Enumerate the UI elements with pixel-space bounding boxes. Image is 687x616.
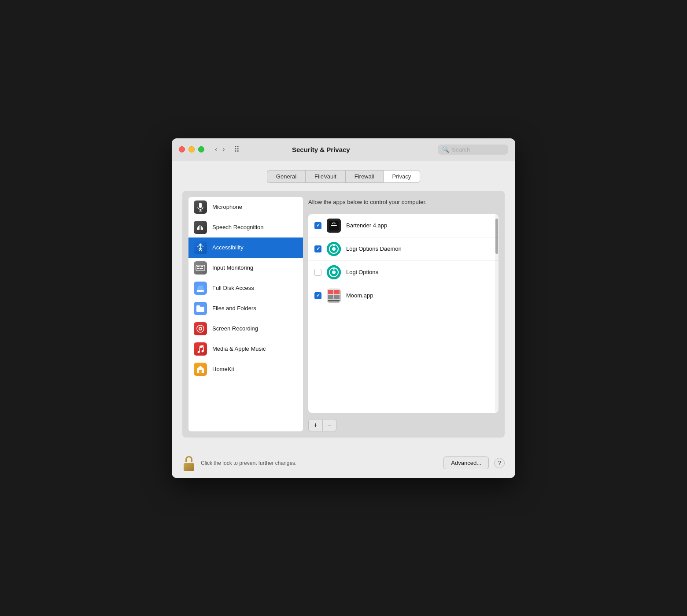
svg-rect-19 [202,266,203,267]
sidebar-label-input: Input Monitoring [212,264,253,271]
svg-rect-46 [328,289,333,293]
search-input[interactable] [452,146,504,153]
advanced-button[interactable]: Advanced... [443,456,489,469]
svg-point-39 [332,247,336,251]
app-item-logi: Logi Options [308,261,499,284]
search-box[interactable]: 🔍 [438,145,508,155]
right-panel: Allow the apps below to control your com… [308,197,499,431]
svg-rect-17 [199,266,200,267]
content-area: Microphone Speech Recogn [182,191,505,438]
moom-app-icon [327,289,341,303]
sidebar-item-files[interactable]: Files and Folders [188,298,303,319]
sidebar-item-disk[interactable]: Full Disk Access [188,278,303,298]
lock-text: Click the lock to prevent further change… [201,460,438,466]
microphone-icon [194,200,207,214]
sidebar-item-accessibility[interactable]: Accessibility [188,237,303,258]
window-title: Security & Privacy [210,146,432,153]
svg-rect-15 [197,266,198,267]
checkbox-bartender[interactable] [314,222,321,229]
sidebar-item-microphone[interactable]: Microphone [188,197,303,217]
svg-rect-48 [328,295,333,299]
tab-filevault[interactable]: FileVault [305,170,345,183]
svg-line-13 [200,249,202,251]
svg-rect-35 [331,225,337,226]
traffic-lights [179,146,204,152]
sidebar-scroll[interactable]: Microphone Speech Recogn [188,197,303,379]
app-name-moom: Moom.app [346,292,373,299]
apps-scroll-area[interactable]: Bartender 4.app [308,214,499,307]
svg-rect-21 [198,268,199,269]
svg-rect-4 [198,226,199,230]
maximize-button[interactable] [198,146,204,152]
app-name-bartender: Bartender 4.app [346,222,387,229]
svg-rect-20 [197,268,198,269]
lock-shackle [185,456,192,462]
tab-privacy[interactable]: Privacy [383,170,421,183]
sidebar-item-screen[interactable]: Screen Recording [188,319,303,339]
svg-rect-18 [201,266,202,267]
search-icon: 🔍 [442,146,449,153]
accessibility-icon [194,241,207,254]
svg-point-32 [202,350,204,352]
svg-point-40 [333,245,335,246]
scroll-track [495,214,499,413]
svg-point-8 [199,243,202,245]
svg-rect-16 [198,266,199,267]
app-item-bartender: Bartender 4.app [308,214,499,237]
homekit-icon [194,363,207,376]
sidebar-label-microphone: Microphone [212,204,242,210]
svg-rect-22 [199,268,202,269]
titlebar: ‹ › ⠿ Security & Privacy 🔍 [172,138,515,161]
help-button[interactable]: ? [494,458,505,468]
logi-app-icon [327,265,341,279]
apps-list: Bartender 4.app [308,214,499,413]
description-text: Allow the apps below to control your com… [308,197,499,209]
sidebar-item-speech[interactable]: Speech Recognition [188,217,303,237]
svg-rect-33 [199,370,202,373]
tabs-bar: General FileVault Firewall Privacy [182,170,505,183]
remove-app-button[interactable]: − [322,419,336,431]
svg-rect-0 [199,203,202,208]
checkbox-logi[interactable] [314,269,321,276]
add-remove-bar: + − [308,419,499,431]
svg-point-31 [198,351,200,353]
svg-point-28 [199,328,201,330]
svg-rect-5 [199,225,200,230]
scroll-thumb[interactable] [495,219,498,254]
input-icon [194,261,207,275]
svg-rect-47 [334,289,340,293]
sidebar-label-disk: Full Disk Access [212,285,254,291]
checkbox-moom[interactable] [314,292,321,299]
app-item-logi-daemon: Logi Options Daemon [308,237,499,261]
sidebar-label-files: Files and Folders [212,305,256,312]
svg-rect-6 [201,226,202,230]
svg-line-12 [199,249,200,251]
svg-point-44 [333,268,335,270]
lock-icon[interactable] [182,455,196,471]
sidebar-item-homekit[interactable]: HomeKit [188,359,303,379]
main-window: ‹ › ⠿ Security & Privacy 🔍 General FileV… [172,138,515,478]
disk-icon [194,282,207,295]
svg-rect-23 [202,268,203,269]
sidebar-label-music: Media & Apple Music [212,345,266,352]
speech-icon [194,221,207,234]
add-app-button[interactable]: + [308,419,322,431]
tab-general[interactable]: General [267,170,305,183]
minimize-button[interactable] [188,146,195,152]
main-content: General FileVault Firewall Privacy [172,161,515,448]
svg-point-43 [332,271,336,274]
app-item-moom: Moom.app [308,284,499,307]
close-button[interactable] [179,146,185,152]
sidebar-label-homekit: HomeKit [212,366,234,372]
tab-firewall[interactable]: Firewall [345,170,383,183]
sidebar-label-speech: Speech Recognition [212,224,263,230]
bottom-bar: Click the lock to prevent further change… [172,448,515,478]
sidebar: Microphone Speech Recogn [188,197,303,431]
checkbox-logi-daemon[interactable] [314,245,321,252]
app-name-logi-daemon: Logi Options Daemon [346,245,402,252]
bartender-app-icon [327,219,341,233]
sidebar-item-input[interactable]: Input Monitoring [188,258,303,278]
sidebar-item-music[interactable]: Media & Apple Music [188,339,303,359]
svg-rect-49 [334,295,340,299]
screen-icon [194,322,207,335]
